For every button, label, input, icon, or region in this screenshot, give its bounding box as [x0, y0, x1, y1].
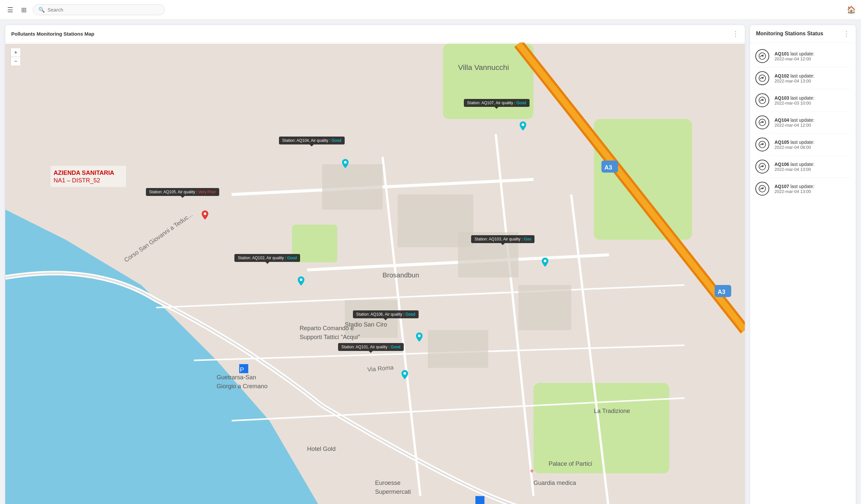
station-name-aq106: AQ106 last update: [775, 162, 815, 167]
pin-aq101[interactable] [401, 370, 408, 381]
search-input[interactable] [47, 7, 159, 13]
svg-text:Giorgio a Cremano: Giorgio a Cremano [217, 383, 268, 390]
svg-point-50 [522, 123, 524, 126]
svg-point-58 [762, 56, 763, 57]
svg-point-55 [418, 334, 421, 337]
station-name-aq101: AQ101 last update: [775, 51, 815, 56]
svg-rect-46 [475, 496, 484, 504]
svg-point-68 [762, 166, 763, 167]
svg-rect-16 [322, 164, 383, 209]
top-navigation: ☰ ⊞ 🔍 🏠 [0, 0, 861, 20]
svg-text:Hotel Gold: Hotel Gold [307, 445, 336, 452]
svg-text:A3: A3 [718, 288, 725, 295]
svg-text:Guetrarsa-San: Guetrarsa-San [217, 374, 256, 381]
zoom-in-button[interactable]: + [11, 48, 20, 57]
status-info-aq106: AQ106 last update: 2022-mar-04 13:00 [775, 162, 815, 172]
pin-aq103[interactable] [542, 257, 548, 268]
status-panel: Monitoring Stations Status ⋮ AQ101 last … [750, 25, 856, 504]
gauge-icon-aq104 [755, 115, 769, 129]
svg-rect-3 [594, 119, 692, 240]
map-card: Pollutants Monitoring Stations Map ⋮ [5, 25, 745, 504]
svg-point-51 [344, 161, 347, 164]
svg-point-56 [404, 372, 406, 375]
status-item-aq105: AQ105 last update: 2022-mar-04 08:00 [755, 134, 850, 156]
svg-rect-20 [428, 330, 488, 368]
map-container: Villa Vannucchi Brosandbun Reparto Coman… [5, 43, 745, 504]
station-name-aq104: AQ104 last update: [775, 117, 815, 123]
svg-text:Stadio San Ciro: Stadio San Ciro [345, 321, 387, 328]
map-svg: Villa Vannucchi Brosandbun Reparto Coman… [5, 43, 745, 504]
pin-aq107[interactable] [520, 121, 526, 132]
status-info-aq101: AQ101 last update: 2022-mar-04 12:00 [775, 51, 815, 61]
svg-point-62 [762, 100, 763, 101]
grid-icon[interactable]: ⊞ [19, 4, 29, 16]
svg-rect-4 [533, 383, 669, 473]
station-name-aq102: AQ102 last update: [775, 73, 815, 79]
status-item-aq101: AQ101 last update: 2022-mar-04 12:00 [755, 45, 850, 67]
svg-point-64 [762, 122, 763, 123]
pin-aq102[interactable] [298, 276, 304, 287]
svg-point-53 [544, 260, 546, 262]
status-panel-title: Monitoring Stations Status [756, 31, 823, 37]
status-item-aq104: AQ104 last update: 2022-mar-04 12:00 [755, 111, 850, 134]
pin-aq105[interactable] [202, 210, 208, 221]
svg-point-60 [762, 78, 763, 79]
svg-rect-2 [443, 44, 533, 119]
status-info-aq105: AQ105 last update: 2022-mar-04 08:00 [775, 140, 815, 150]
svg-point-54 [300, 278, 302, 281]
svg-rect-5 [292, 225, 338, 262]
status-item-aq106: AQ106 last update: 2022-mar-04 13:00 [755, 156, 850, 178]
search-icon: 🔍 [38, 6, 45, 13]
gauge-icon-aq106 [755, 160, 769, 173]
station-time-aq104: 2022-mar-04 12:00 [775, 123, 815, 128]
svg-text:Guardia medica: Guardia medica [533, 479, 576, 486]
svg-text:Euroesse: Euroesse [375, 479, 400, 486]
status-info-aq104: AQ104 last update: 2022-mar-04 12:00 [775, 117, 815, 128]
status-item-aq102: AQ102 last update: 2022-mar-04 13:00 [755, 67, 850, 89]
gauge-icon-aq103 [755, 93, 769, 107]
station-time-aq107: 2022-mar-04 13:00 [775, 189, 815, 194]
status-info-aq107: AQ107 last update: 2022-mar-04 13:00 [775, 184, 815, 194]
svg-text:AZIENDA SANITARIA: AZIENDA SANITARIA [54, 169, 114, 176]
svg-point-52 [204, 212, 206, 215]
svg-text:P: P [240, 366, 244, 373]
gauge-icon-aq102 [755, 71, 769, 85]
home-icon[interactable]: 🏠 [847, 5, 856, 14]
pin-aq104[interactable] [342, 159, 348, 170]
svg-text:La Tradizione: La Tradizione [594, 407, 630, 414]
svg-text:NA1 – DISTR_52: NA1 – DISTR_52 [54, 177, 100, 184]
svg-text:A3: A3 [604, 164, 612, 171]
svg-rect-21 [518, 285, 571, 330]
station-time-aq106: 2022-mar-04 13:00 [775, 167, 815, 172]
svg-rect-18 [458, 232, 518, 277]
station-name-aq107: AQ107 last update: [775, 184, 815, 189]
svg-text:Palace of Partici: Palace of Partici [549, 460, 592, 467]
map-card-title: Pollutants Monitoring Stations Map [11, 31, 94, 37]
map-card-menu-icon[interactable]: ⋮ [732, 30, 739, 38]
status-item-aq107: AQ107 last update: 2022-mar-04 13:00 [755, 178, 850, 199]
status-item-aq103: AQ103 last update: 2022-mar-03 10:00 [755, 89, 850, 111]
station-time-aq101: 2022-mar-04 12:00 [775, 56, 815, 61]
svg-text:Villa Vannucchi: Villa Vannucchi [458, 63, 509, 72]
map-card-header: Pollutants Monitoring Stations Map ⋮ [5, 25, 745, 43]
station-name-aq105: AQ105 last update: [775, 140, 815, 145]
pin-aq106[interactable] [416, 333, 423, 343]
svg-text:Supporti Tattici "Acqui": Supporti Tattici "Acqui" [299, 334, 360, 340]
search-bar: 🔍 [33, 4, 165, 15]
status-panel-header: Monitoring Stations Status ⋮ [750, 25, 856, 43]
status-info-aq102: AQ102 last update: 2022-mar-04 13:00 [775, 73, 815, 83]
zoom-out-button[interactable]: − [11, 57, 20, 66]
gauge-icon-aq105 [755, 138, 769, 151]
station-name-aq103: AQ103 last update: [775, 95, 815, 101]
status-info-aq103: AQ103 last update: 2022-mar-03 10:00 [775, 95, 815, 106]
status-panel-menu-icon[interactable]: ⋮ [843, 30, 850, 38]
status-list: AQ101 last update: 2022-mar-04 12:00 [750, 43, 856, 504]
station-time-aq105: 2022-mar-04 08:00 [775, 145, 815, 150]
svg-point-70 [762, 188, 763, 189]
svg-point-66 [762, 144, 763, 145]
zoom-controls: + − [11, 48, 21, 66]
station-time-aq103: 2022-mar-03 10:00 [775, 101, 815, 106]
hamburger-menu-icon[interactable]: ☰ [5, 4, 15, 16]
main-layout: Pollutants Monitoring Stations Map ⋮ [0, 20, 861, 504]
svg-text:+: + [530, 466, 534, 475]
